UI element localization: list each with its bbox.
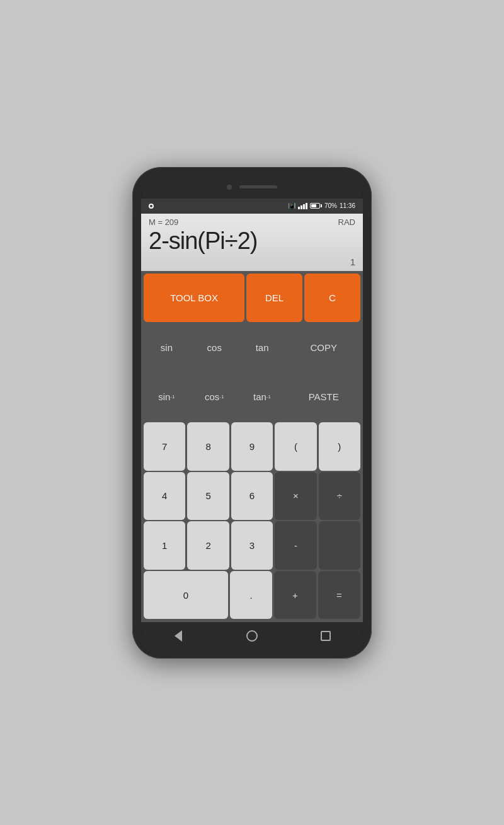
sin-inv-button[interactable]: sin-1 bbox=[144, 372, 190, 421]
btn-7[interactable]: 7 bbox=[144, 422, 185, 471]
btn-open-paren[interactable]: ( bbox=[275, 422, 316, 471]
top-bar bbox=[141, 176, 363, 199]
battery-percent: 70% bbox=[324, 202, 337, 209]
btn-close-paren[interactable]: ) bbox=[319, 422, 360, 471]
row-trig-inv: sin-1 cos-1 tan-1 PASTE bbox=[144, 372, 360, 421]
btn-multiply[interactable]: × bbox=[275, 472, 316, 521]
del-button[interactable]: DEL bbox=[246, 274, 302, 322]
expression-display: 2-sin(Pi÷2) bbox=[149, 228, 355, 255]
result-display: 1 bbox=[149, 254, 355, 268]
btn-minus[interactable]: - bbox=[275, 521, 316, 570]
row-789: 7 8 9 ( ) bbox=[144, 422, 360, 471]
btn-4[interactable]: 4 bbox=[144, 472, 185, 521]
tan-button[interactable]: tan bbox=[239, 323, 285, 372]
calculator-screen: M = 209 RAD 2-sin(Pi÷2) 1 bbox=[141, 214, 363, 272]
recents-button[interactable] bbox=[317, 627, 335, 645]
btn-dot[interactable]: . bbox=[230, 571, 272, 620]
clock: 11:36 bbox=[340, 202, 355, 209]
status-left bbox=[149, 204, 154, 209]
home-icon bbox=[246, 630, 258, 642]
status-bar: 📳 70% 11:36 bbox=[141, 199, 363, 214]
vibrate-icon: 📳 bbox=[288, 202, 295, 209]
back-icon bbox=[175, 630, 182, 642]
clear-button[interactable]: C bbox=[304, 274, 360, 322]
btn-9[interactable]: 9 bbox=[231, 422, 273, 471]
keypad: TOOL BOX DEL C sin cos tan COPY sin-1 co… bbox=[141, 271, 363, 621]
memory-display: M = 209 bbox=[149, 217, 178, 227]
phone-screen: 📳 70% 11:36 M = 209 bbox=[141, 176, 363, 650]
back-button[interactable] bbox=[169, 627, 187, 645]
memory-line: M = 209 RAD bbox=[149, 217, 355, 227]
row-trig: sin cos tan COPY bbox=[144, 323, 360, 372]
battery-icon bbox=[310, 203, 322, 209]
copy-button[interactable]: COPY bbox=[287, 323, 360, 372]
angle-mode: RAD bbox=[338, 217, 355, 227]
status-right: 📳 70% 11:36 bbox=[288, 202, 355, 209]
btn-equals-top bbox=[319, 521, 360, 570]
row-123: 1 2 3 - bbox=[144, 521, 360, 570]
notification-dot bbox=[149, 204, 154, 209]
btn-6[interactable]: 6 bbox=[231, 472, 273, 521]
toolbox-button[interactable]: TOOL BOX bbox=[144, 274, 244, 322]
cos-button[interactable]: cos bbox=[192, 323, 238, 372]
btn-plus[interactable]: + bbox=[274, 571, 316, 620]
recents-icon bbox=[321, 631, 331, 641]
btn-3[interactable]: 3 bbox=[231, 521, 273, 570]
row-top: TOOL BOX DEL C bbox=[144, 274, 360, 322]
phone-device: 📳 70% 11:36 M = 209 bbox=[132, 167, 372, 659]
btn-1[interactable]: 1 bbox=[144, 521, 185, 570]
sin-button[interactable]: sin bbox=[144, 323, 190, 372]
btn-8[interactable]: 8 bbox=[187, 422, 229, 471]
btn-equals[interactable]: = bbox=[318, 571, 360, 620]
bottom-nav bbox=[141, 622, 363, 650]
camera bbox=[227, 185, 232, 190]
btn-5[interactable]: 5 bbox=[187, 472, 229, 521]
speaker bbox=[239, 185, 277, 188]
signal-icon bbox=[298, 203, 307, 209]
row-456: 4 5 6 × ÷ bbox=[144, 472, 360, 521]
home-button[interactable] bbox=[243, 627, 261, 645]
btn-divide[interactable]: ÷ bbox=[319, 472, 360, 521]
paste-button[interactable]: PASTE bbox=[287, 372, 360, 421]
btn-0[interactable]: 0 bbox=[144, 571, 228, 620]
tan-inv-button[interactable]: tan-1 bbox=[239, 372, 285, 421]
cos-inv-button[interactable]: cos-1 bbox=[192, 372, 238, 421]
btn-2[interactable]: 2 bbox=[187, 521, 229, 570]
row-0: 0 . + = bbox=[144, 571, 360, 620]
equals-container bbox=[319, 521, 360, 570]
